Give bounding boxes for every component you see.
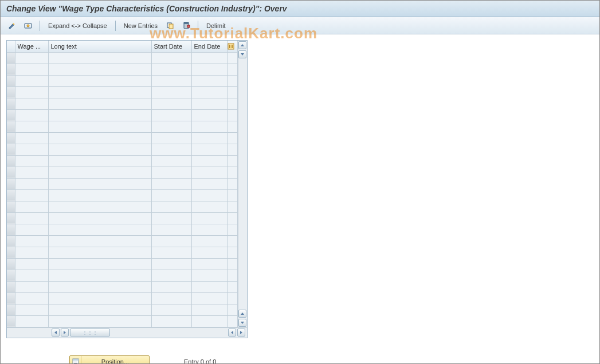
delete-icon[interactable] xyxy=(179,20,193,31)
vertical-scrollbar[interactable] xyxy=(238,41,247,327)
cell-wage[interactable] xyxy=(15,75,48,86)
cell-start-date[interactable] xyxy=(151,304,191,315)
cell-start-date[interactable] xyxy=(151,212,191,224)
cell-end-date[interactable] xyxy=(191,155,227,167)
cell-end-date[interactable] xyxy=(191,224,227,235)
row-selector[interactable] xyxy=(7,189,15,201)
row-selector[interactable] xyxy=(7,270,15,281)
cell-wage[interactable] xyxy=(15,64,48,75)
cell-start-date[interactable] xyxy=(151,281,191,292)
row-selector[interactable] xyxy=(7,178,15,189)
cell-wage[interactable] xyxy=(15,178,48,189)
cell-end-date[interactable] xyxy=(191,258,227,270)
cell-long-text[interactable] xyxy=(48,155,151,167)
cell-end-date[interactable] xyxy=(191,281,227,292)
cell-long-text[interactable] xyxy=(48,144,151,155)
cell-start-date[interactable] xyxy=(151,155,191,167)
cell-wage[interactable] xyxy=(15,224,48,235)
cell-end-date[interactable] xyxy=(191,235,227,247)
cell-long-text[interactable] xyxy=(48,304,151,315)
cell-end-date[interactable] xyxy=(191,292,227,304)
row-selector[interactable] xyxy=(7,281,15,292)
cell-wage[interactable] xyxy=(15,155,48,167)
copy-icon[interactable] xyxy=(163,20,177,31)
row-selector[interactable] xyxy=(7,167,15,178)
cell-long-text[interactable] xyxy=(48,98,151,109)
row-selector[interactable] xyxy=(7,132,15,144)
cell-start-date[interactable] xyxy=(151,189,191,201)
cell-long-text[interactable] xyxy=(48,86,151,98)
cell-long-text[interactable] xyxy=(48,270,151,281)
cell-start-date[interactable] xyxy=(151,201,191,212)
cell-long-text[interactable] xyxy=(48,258,151,270)
cell-start-date[interactable] xyxy=(151,52,191,64)
cell-wage[interactable] xyxy=(15,201,48,212)
cell-long-text[interactable] xyxy=(48,235,151,247)
cell-long-text[interactable] xyxy=(48,212,151,224)
toggle-display-change-icon[interactable] xyxy=(5,20,19,31)
cell-wage[interactable] xyxy=(15,281,48,292)
cell-start-date[interactable] xyxy=(151,235,191,247)
cell-wage[interactable] xyxy=(15,235,48,247)
cell-end-date[interactable] xyxy=(191,189,227,201)
cell-start-date[interactable] xyxy=(151,178,191,189)
cell-start-date[interactable] xyxy=(151,98,191,109)
cell-wage[interactable] xyxy=(15,247,48,258)
cell-start-date[interactable] xyxy=(151,167,191,178)
cell-wage[interactable] xyxy=(15,144,48,155)
row-selector[interactable] xyxy=(7,155,15,167)
cell-start-date[interactable] xyxy=(151,75,191,86)
cell-end-date[interactable] xyxy=(191,167,227,178)
row-selector[interactable] xyxy=(7,247,15,258)
cell-wage[interactable] xyxy=(15,109,48,121)
row-selector[interactable] xyxy=(7,235,15,247)
cell-wage[interactable] xyxy=(15,258,48,270)
cell-start-date[interactable] xyxy=(151,224,191,235)
row-selector[interactable] xyxy=(7,258,15,270)
row-selector[interactable] xyxy=(7,292,15,304)
row-selector[interactable] xyxy=(7,224,15,235)
cell-long-text[interactable] xyxy=(48,247,151,258)
cell-long-text[interactable] xyxy=(48,52,151,64)
cell-wage[interactable] xyxy=(15,121,48,132)
cell-long-text[interactable] xyxy=(48,292,151,304)
cell-long-text[interactable] xyxy=(48,64,151,75)
cell-end-date[interactable] xyxy=(191,201,227,212)
cell-start-date[interactable] xyxy=(151,144,191,155)
col-start-date[interactable]: Start Date xyxy=(151,41,191,52)
cell-long-text[interactable] xyxy=(48,224,151,235)
cell-wage[interactable] xyxy=(15,292,48,304)
cell-start-date[interactable] xyxy=(151,292,191,304)
row-selector[interactable] xyxy=(7,201,15,212)
row-selector[interactable] xyxy=(7,212,15,224)
cell-end-date[interactable] xyxy=(191,270,227,281)
scroll-right-icon[interactable] xyxy=(61,329,69,337)
new-entries-button[interactable]: New Entries xyxy=(120,20,161,31)
scroll-left-icon[interactable] xyxy=(52,329,60,337)
row-selector[interactable] xyxy=(7,109,15,121)
row-selector[interactable] xyxy=(7,98,15,109)
cell-start-date[interactable] xyxy=(151,132,191,144)
cell-end-date[interactable] xyxy=(191,109,227,121)
other-view-icon[interactable] xyxy=(21,20,35,31)
cell-start-date[interactable] xyxy=(151,247,191,258)
row-selector[interactable] xyxy=(7,52,15,64)
row-selector[interactable] xyxy=(7,75,15,86)
col-end-date[interactable]: End Date xyxy=(191,41,227,52)
col-long-text[interactable]: Long text xyxy=(48,41,151,52)
row-selector[interactable] xyxy=(7,64,15,75)
cell-wage[interactable] xyxy=(15,189,48,201)
cell-end-date[interactable] xyxy=(191,121,227,132)
cell-end-date[interactable] xyxy=(191,304,227,315)
cell-wage[interactable] xyxy=(15,167,48,178)
cell-wage[interactable] xyxy=(15,270,48,281)
cell-long-text[interactable] xyxy=(48,315,151,327)
cell-start-date[interactable] xyxy=(151,270,191,281)
cell-start-date[interactable] xyxy=(151,315,191,327)
row-selector[interactable] xyxy=(7,315,15,327)
cell-end-date[interactable] xyxy=(191,212,227,224)
cell-end-date[interactable] xyxy=(191,132,227,144)
scroll-down-icon[interactable] xyxy=(238,50,246,58)
cell-start-date[interactable] xyxy=(151,64,191,75)
cell-long-text[interactable] xyxy=(48,178,151,189)
